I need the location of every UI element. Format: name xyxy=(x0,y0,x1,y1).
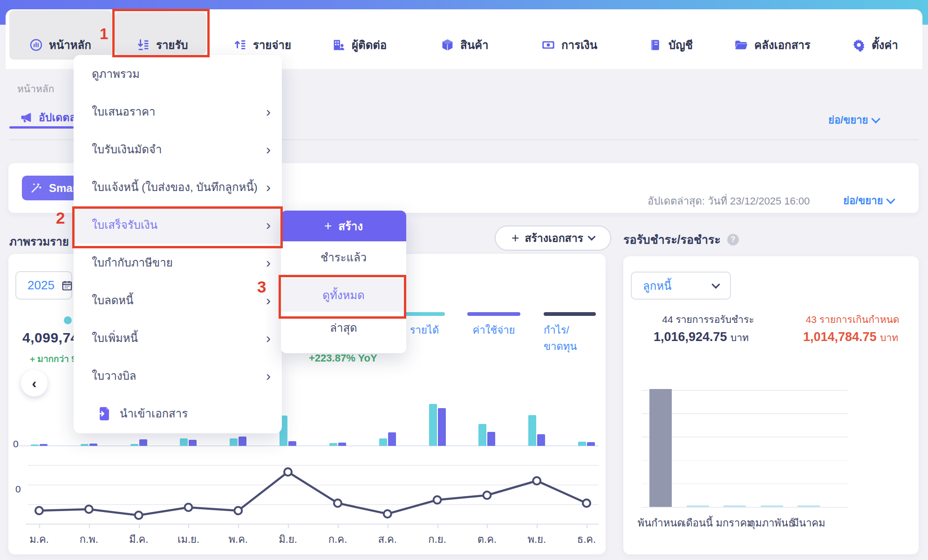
legend-item-expense[interactable]: ค่าใช้จ่าย xyxy=(467,312,520,338)
chevron-down-icon xyxy=(871,114,880,123)
receivable-count: 44 รายการรอรับชำระ xyxy=(662,312,754,327)
bar-income-ม.ค. xyxy=(31,444,39,446)
currency-label: บาท xyxy=(730,332,749,343)
nav-item-accounting[interactable]: บัญชี xyxy=(648,35,693,54)
collapse-label: ย่อ/ขยาย xyxy=(843,192,883,209)
last-updated-text: อัปเดตล่าสุด: วันที่ 23/12/2025 16:00 xyxy=(648,193,834,209)
aging-gridline xyxy=(641,507,848,508)
menu-item-label: ใบกำกับภาษีขาย xyxy=(92,253,173,272)
aging-label-กุมภาพันธ์: กุมภาพันธ์ xyxy=(749,515,795,531)
nav-label: สินค้า xyxy=(460,36,489,54)
menu-item-label: ใบเพิ่มหนี้ xyxy=(92,329,138,347)
legend-swatch-profit xyxy=(544,312,596,316)
menu-item-4[interactable]: ใบแจ้งหนี้ (ใบส่งของ, บันทึกลูกหนี้)› xyxy=(74,168,282,206)
overview-section-title: ภาพรวมราย xyxy=(9,232,69,251)
menu-item-1[interactable]: ดูภาพรวม xyxy=(74,55,282,93)
year-selector[interactable]: 2025 xyxy=(15,271,72,300)
menu-item-label: ใบวางบิล xyxy=(92,367,136,385)
settings-icon xyxy=(852,38,866,52)
debtor-filter-value: ลูกหนี้ xyxy=(643,277,671,295)
legend-item-profit[interactable]: กำไร/ขาดทุน xyxy=(544,312,596,355)
yoy-growth-text: +223.87% YoY xyxy=(309,352,377,364)
finance-icon xyxy=(541,38,555,52)
carousel-prev-button[interactable]: ‹ xyxy=(21,370,48,396)
chevron-right-icon: › xyxy=(266,105,271,119)
bar-income-ก.ค. xyxy=(329,443,337,446)
bar-income-ก.พ. xyxy=(81,444,89,446)
tab-updates-label: อัปเดตล xyxy=(39,109,76,126)
x-label-ม.ค.: ม.ค. xyxy=(29,531,48,547)
bar-expense-ก.ย. xyxy=(438,408,446,446)
menu-item-label: นำเข้าเอกสาร xyxy=(120,404,188,423)
nav-item-settings[interactable]: ตั้งค่า xyxy=(852,35,898,54)
calendar-icon xyxy=(61,280,73,292)
menu-item-2[interactable]: ใบเสนอราคา› xyxy=(74,93,282,130)
annotation-box-step2 xyxy=(72,206,283,248)
gauge-icon xyxy=(29,38,43,52)
bar-expense-ก.พ. xyxy=(89,444,97,446)
legend-item-income[interactable]: รายได้ xyxy=(404,312,445,338)
chevron-right-icon: › xyxy=(266,331,271,345)
axis-tick xyxy=(39,525,40,528)
bar-expense-ธ.ค. xyxy=(587,442,595,446)
aging-gridline xyxy=(641,484,848,485)
import-document-icon xyxy=(96,406,112,422)
annotation-box-step3 xyxy=(279,275,406,319)
chevron-right-icon: › xyxy=(266,369,271,383)
menu-item-6[interactable]: ใบกำกับภาษีขาย› xyxy=(74,244,282,281)
axis-tick xyxy=(238,525,239,528)
menu-item-label: ใบเสนอราคา xyxy=(92,102,156,121)
collapse-expand-top[interactable]: ย่อ/ขยาย xyxy=(828,112,879,128)
help-icon[interactable]: ? xyxy=(727,234,739,246)
submenu-item-label: ชำระแล้ว xyxy=(321,248,367,266)
nav-label: คลังเอกสาร xyxy=(754,36,811,54)
menu-item-9[interactable]: ใบวางบิล› xyxy=(74,357,282,395)
nav-label: รายจ่าย xyxy=(253,36,291,54)
breadcrumb: หน้าหลัก xyxy=(17,81,54,96)
magic-wand-icon xyxy=(29,182,42,195)
nav-item-products[interactable]: สินค้า xyxy=(440,35,489,54)
nav-item-finance[interactable]: การเงิน xyxy=(541,35,597,54)
create-document-button[interactable]: + สร้างเอกสาร xyxy=(495,225,611,251)
axis-tick xyxy=(537,525,538,528)
submenu-create-label: สร้าง xyxy=(338,217,363,235)
axis-tick xyxy=(388,525,389,528)
documents-icon xyxy=(734,38,748,52)
aging-label-มกราคม: มกราคม xyxy=(716,515,753,531)
axis-tick xyxy=(338,525,339,528)
income-stat-amount: 4,099,74 xyxy=(22,330,79,346)
collapse-expand-smartbar[interactable]: ย่อ/ขยาย xyxy=(843,192,894,209)
chevron-down-icon xyxy=(711,280,720,288)
debtor-filter-select[interactable]: ลูกหนี้ xyxy=(631,272,731,300)
bar-expense-ส.ค. xyxy=(388,432,396,446)
nav-item-expense[interactable]: รายจ่าย xyxy=(233,35,291,54)
menu-item-label: ดูภาพรวม xyxy=(92,65,140,83)
create-document-label: สร้างเอกสาร xyxy=(525,230,583,246)
submenu-create-button[interactable]: + สร้าง xyxy=(281,211,406,241)
menu-item-label: ใบรับเงินมัดจำ xyxy=(92,140,162,158)
menu-item-7[interactable]: ใบลดหนี้› xyxy=(74,281,282,319)
axis-tick xyxy=(487,525,488,528)
chevron-right-icon: › xyxy=(266,143,271,157)
receivable-title-text: รอรับชำระ/รอชำระ xyxy=(623,230,721,249)
chevron-down-icon xyxy=(886,195,895,204)
year-value: 2025 xyxy=(27,278,55,293)
tab-updates[interactable]: อัปเดตล xyxy=(20,109,76,126)
receivable-amount: 1,016,924.75 บาท xyxy=(654,330,749,345)
menu-item-3[interactable]: ใบรับเงินมัดจำ› xyxy=(74,130,282,168)
bar-expense-พ.ย. xyxy=(537,434,545,446)
nav-item-contacts[interactable]: ผู้ติดต่อ xyxy=(332,35,387,54)
menu-item-8[interactable]: ใบเพิ่มหนี้› xyxy=(74,319,282,357)
nav-item-documents[interactable]: คลังเอกสาร xyxy=(734,35,811,54)
currency-label: บาท xyxy=(880,332,898,343)
annotation-number-2: 2 xyxy=(56,209,65,227)
nav-item-home[interactable]: หน้าหลัก xyxy=(29,35,91,54)
chevron-right-icon: › xyxy=(266,294,271,307)
submenu-item-paid[interactable]: ชำระแล้ว xyxy=(281,241,406,273)
legend-label: รายได้ xyxy=(410,322,439,338)
legend-label: ค่าใช้จ่าย xyxy=(473,322,515,338)
axis-tick xyxy=(89,525,90,528)
menu-item-10[interactable]: นำเข้าเอกสาร xyxy=(74,395,282,432)
chevron-right-icon: › xyxy=(266,256,271,270)
profit-loss-line-chart xyxy=(19,457,599,536)
